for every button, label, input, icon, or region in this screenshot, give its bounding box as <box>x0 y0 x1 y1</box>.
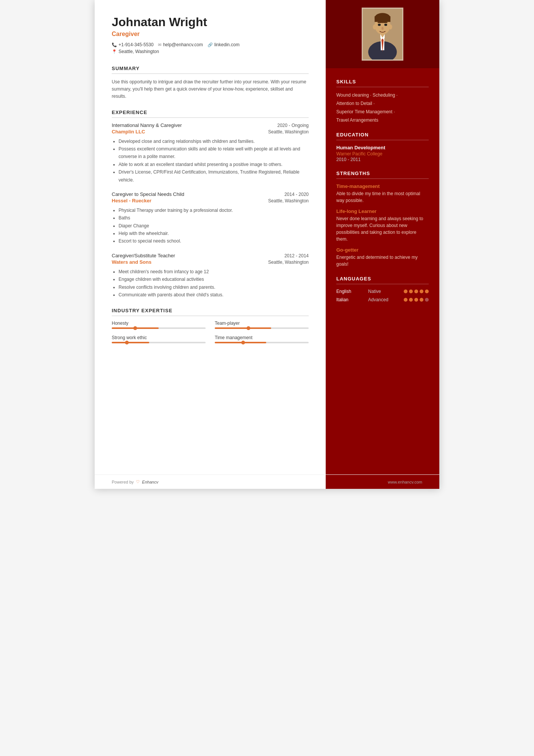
skill-bar-fill <box>112 342 149 343</box>
skill-bar-bg <box>215 342 309 343</box>
footer-brand: Enhancv <box>142 480 158 484</box>
strengths-section: STRENGTHS Time-management Able to divide… <box>326 171 439 268</box>
exp-company-row-2: Hessel - Ruecker Seattle, Washington <box>112 198 309 204</box>
lang-dot <box>409 298 413 302</box>
strength-name-1: Time-management <box>336 183 429 189</box>
skill-item-1: Wound cleaning · Scheduling · <box>336 92 429 99</box>
exp-job-title-3: Caregiver/Substitute Teacher <box>112 253 175 258</box>
candidate-title: Caregiver <box>112 31 309 38</box>
lang-dots-english <box>404 290 429 293</box>
expertise-item: Honesty <box>112 321 206 329</box>
email-contact: ✉ help@enhancv.com <box>158 42 203 47</box>
exp-header-3: Caregiver/Substitute Teacher 2012 - 2014 <box>112 253 309 258</box>
exp-entry-1: International Nanny & Caregiver 2020 - O… <box>112 122 309 184</box>
phone-icon: 📞 <box>112 42 117 47</box>
footer-website: www.enhancv.com <box>388 480 422 484</box>
experience-section: EXPERIENCE International Nanny & Caregiv… <box>112 110 309 299</box>
skills-title: SKILLS <box>336 79 429 87</box>
bullet-item: Able to work at an excellent standard wh… <box>119 161 309 168</box>
main-column: Johnatan Wright Caregiver 📞 +1-914-345-5… <box>95 0 326 489</box>
skill-bar-fill <box>215 342 266 343</box>
exp-bullets-1: Developed close and caring relationships… <box>112 138 309 184</box>
exp-job-title-1: International Nanny & Caregiver <box>112 122 182 128</box>
linkedin-value: linkedin.com <box>214 42 240 47</box>
edu-years: 2010 - 2011 <box>336 157 429 162</box>
exp-job-title-2: Caregiver to Special Needs Child <box>112 191 184 197</box>
skill-bar-fill <box>112 327 159 329</box>
location-value: Seattle, Washington <box>119 49 159 54</box>
lang-row-english: English Native <box>336 289 429 294</box>
svg-rect-15 <box>384 22 387 23</box>
footer-powered-by: Powered by <box>112 480 134 484</box>
languages-title: LANGUAGES <box>336 276 429 284</box>
phone-contact: 📞 +1-914-345-5530 <box>112 42 153 47</box>
expertise-item: Team-player <box>215 321 309 329</box>
strength-name-3: Go-getter <box>336 247 429 253</box>
footer: Powered by ♡ Enhancv www.enhancv.com <box>95 474 439 489</box>
contact-line-1: 📞 +1-914-345-5530 ✉ help@enhancv.com 🔗 l… <box>112 42 309 47</box>
expertise-label: Time management <box>215 335 309 340</box>
lang-dot <box>420 290 423 293</box>
education-title: EDUCATION <box>336 132 429 140</box>
exp-bullets-2: Physical Therapy under training by a pro… <box>112 207 309 245</box>
candidate-name: Johnatan Wright <box>112 15 309 29</box>
phone-value: +1-914-345-5530 <box>119 42 153 47</box>
strength-desc-3: Energetic and determined to achieve my g… <box>336 254 429 268</box>
skills-section: SKILLS Wound cleaning · Scheduling · Att… <box>326 79 439 124</box>
lang-row-italian: Italian Advanced <box>336 297 429 302</box>
exp-location-3: Seattle, Washington <box>268 260 309 265</box>
bullet-item: Communicate with parents about their chi… <box>119 291 309 299</box>
summary-section: SUMMARY Use this opportunity to intrigue… <box>112 66 309 100</box>
bullet-item: Help with the wheelchair. <box>119 230 309 237</box>
lang-level-english: Native <box>368 289 393 294</box>
skill-dot <box>133 326 137 330</box>
summary-title: SUMMARY <box>112 66 309 74</box>
bullet-item: Meet children's needs from infancy to ag… <box>119 268 309 275</box>
sidebar-column: SKILLS Wound cleaning · Scheduling · Att… <box>326 0 439 489</box>
strength-desc-1: Able to divide my time in the most optim… <box>336 190 429 204</box>
lang-name-english: English <box>336 289 357 294</box>
experience-title: EXPERIENCE <box>112 110 309 118</box>
skill-item-4: Travel Arrangements <box>336 117 429 124</box>
skill-dot <box>125 341 129 344</box>
footer-logo-icon: ♡ <box>136 479 140 484</box>
expertise-label: Strong work ethic <box>112 335 206 340</box>
exp-dates-3: 2012 - 2014 <box>284 253 309 258</box>
exp-header-1: International Nanny & Caregiver 2020 - O… <box>112 122 309 128</box>
skill-dot <box>247 326 250 330</box>
lang-dot <box>425 290 429 293</box>
summary-text: Use this opportunity to intrigue and dra… <box>112 78 309 100</box>
lang-dot <box>420 298 423 302</box>
edu-school: Warner Pacific College <box>336 151 429 157</box>
location-contact: 📍 Seattle, Washington <box>112 49 159 54</box>
edu-degree: Human Development <box>336 145 429 150</box>
svg-point-11 <box>389 24 392 29</box>
strength-desc-2: Never done learning and always seeking t… <box>336 215 429 243</box>
svg-point-12 <box>378 24 381 26</box>
skill-bar-bg <box>112 342 206 343</box>
skill-item-3: Superior Time Management · <box>336 108 429 115</box>
link-icon: 🔗 <box>208 42 213 47</box>
exp-company-row-1: Champlin LLC Seattle, Washington <box>112 129 309 135</box>
svg-rect-3 <box>375 16 390 22</box>
exp-company-row-3: Waters and Sons Seattle, Washington <box>112 259 309 266</box>
location-icon: 📍 <box>112 49 117 54</box>
exp-location-2: Seattle, Washington <box>268 198 309 203</box>
industry-expertise-section: INDUSTRY EXPERTISE HonestyTeam-playerStr… <box>112 308 309 343</box>
candidate-photo <box>362 8 403 61</box>
exp-dates-2: 2014 - 2020 <box>284 192 309 197</box>
exp-dates-1: 2020 - Ongoing <box>277 123 309 128</box>
lang-level-italian: Advanced <box>368 297 393 302</box>
svg-rect-14 <box>378 22 381 23</box>
exp-location-1: Seattle, Washington <box>268 129 309 135</box>
svg-point-10 <box>373 24 376 29</box>
skill-bar-bg <box>215 327 309 329</box>
exp-company-3: Waters and Sons <box>112 259 151 265</box>
bullet-item: Baths <box>119 214 309 222</box>
bullet-item: Physical Therapy under training by a pro… <box>119 207 309 214</box>
svg-point-13 <box>384 24 387 26</box>
expertise-label: Team-player <box>215 321 309 326</box>
skill-dot <box>241 341 245 344</box>
email-value: help@enhancv.com <box>163 42 203 47</box>
expertise-label: Honesty <box>112 321 206 326</box>
